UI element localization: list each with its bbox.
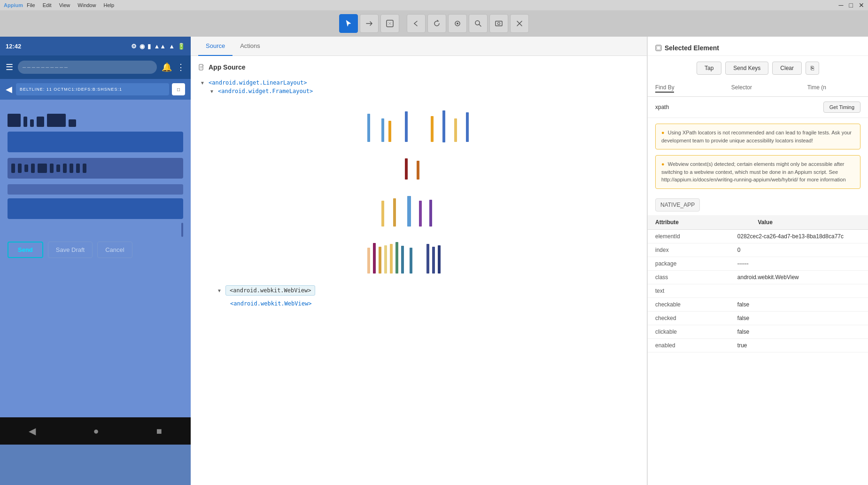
screenshot-button[interactable] [489, 14, 508, 33]
attr-row-checked: checked false [648, 312, 868, 325]
get-timing-button[interactable]: Get Timing [823, 102, 860, 113]
pinch-tool-button[interactable] [380, 14, 399, 33]
attr-value-checked: false [737, 315, 860, 321]
wifi-icon: ▲ [169, 43, 175, 50]
value-col-header: Value [758, 219, 861, 226]
phone-status-icons: ⚙ ◉ ▮ ▲▲ ▲ 🔋 [131, 43, 185, 50]
chart-bars-row4 [344, 238, 494, 276]
tree-row-linear-layout[interactable]: ▼ <android.widget.LinearLayout> [198, 78, 639, 87]
send-keys-button[interactable]: Send Keys [725, 62, 768, 75]
webview-node: ▼ <android.webkit.WebView> <android.webk… [217, 285, 639, 308]
tap-button[interactable]: Tap [697, 62, 721, 75]
bar6 [69, 119, 76, 127]
bar3 [30, 119, 34, 127]
menu-edit[interactable]: Edit [43, 2, 52, 8]
tree-children-linear: ▼ <android.widget.FrameLayout> [208, 87, 639, 95]
battery-icon: ▮ [147, 43, 151, 50]
select-tool-button[interactable] [339, 14, 358, 33]
svg-rect-23 [419, 201, 422, 227]
phone-nav-back-icon[interactable]: ◀ [29, 425, 36, 437]
webview-tree-row[interactable]: ▼ <android.webkit.WebView> [217, 285, 315, 296]
minimize-button[interactable]: ─ [839, 1, 844, 9]
phone-save-draft-button[interactable]: Save Draft [48, 242, 93, 258]
clear-button[interactable]: Clear [772, 62, 802, 75]
maximize-button[interactable]: □ [849, 1, 853, 9]
settings-icon: ⚙ [131, 43, 137, 50]
tree-row-frame-layout[interactable]: ▼ <android.widget.FrameLayout> [208, 87, 639, 95]
phone-send-button[interactable]: Send [8, 242, 43, 258]
svg-rect-15 [442, 110, 445, 142]
tbbar9 [70, 164, 73, 173]
attr-row-index: index 0 [648, 243, 868, 257]
phone-nav-go: □ [172, 83, 185, 95]
webview-child-element: <android.webkit.WebView> [226, 299, 315, 308]
svg-rect-4 [496, 21, 502, 26]
copy-button[interactable]: ⎘ [806, 62, 819, 75]
scroll-indicator [181, 223, 183, 237]
webview-warning-box: ● Webview context(s) detected; certain e… [655, 155, 860, 189]
refresh-button[interactable] [427, 14, 446, 33]
svg-rect-20 [381, 201, 384, 227]
inspect-button[interactable] [448, 14, 467, 33]
chart-bars-row2 [372, 154, 466, 182]
attr-row-enabled: enabled true [648, 339, 868, 352]
search-button[interactable] [469, 14, 488, 33]
swipe-tool-button[interactable] [360, 14, 379, 33]
main-toolbar [0, 10, 868, 37]
phone-nav-recents-icon[interactable]: ■ [156, 426, 162, 437]
svg-rect-32 [410, 248, 412, 274]
xpath-warning-text: Using XPath locators is not recommended … [661, 130, 852, 143]
phone-panel: 12:42 ⚙ ◉ ▮ ▲▲ ▲ 🔋 ☰ ─ ─ ─ ─ ─ ─ ─ ─ ─ ─… [0, 37, 191, 485]
menu-window[interactable]: Window [78, 2, 96, 8]
svg-rect-11 [381, 118, 384, 142]
source-content: App Source ▼ <android.widget.LinearLayou… [191, 56, 647, 485]
phone-hamburger-icon: ☰ [6, 62, 13, 72]
source-tabs: Source Actions [191, 37, 647, 56]
svg-rect-17 [466, 112, 469, 142]
close-button[interactable]: ✕ [859, 1, 864, 9]
app-logo: Appium [4, 2, 23, 8]
menu-file[interactable]: File [27, 2, 35, 8]
phone-bars-row1 [8, 114, 183, 127]
attr-row-clickable: clickable false [648, 325, 868, 339]
phone-status-bar: 12:42 ⚙ ◉ ▮ ▲▲ ▲ 🔋 [0, 37, 191, 55]
svg-rect-22 [407, 196, 411, 227]
phone-thin-bar [8, 184, 183, 195]
webview-toggle-icon: ▼ [217, 288, 224, 293]
phone-back-icon: ◀ [6, 84, 12, 94]
attr-name-checkable: checkable [655, 301, 737, 308]
window-controls: ─ □ ✕ [839, 1, 864, 9]
svg-rect-29 [390, 244, 393, 274]
svg-rect-37 [657, 46, 660, 50]
tbbar8 [63, 164, 67, 173]
close-session-button[interactable] [510, 14, 529, 33]
find-by-header: Find By Selector Time (n [648, 80, 868, 97]
tbbar7 [56, 164, 60, 172]
xpath-label: xpath [655, 104, 820, 110]
attr-name-checked: checked [655, 315, 737, 321]
selected-element-title: Selected Element [655, 44, 860, 52]
tab-actions[interactable]: Actions [232, 37, 268, 56]
svg-rect-33 [426, 244, 429, 274]
phone-notification-icon: 🔔 [162, 62, 172, 72]
svg-rect-16 [454, 118, 457, 142]
signal-icon: ▲▲ [154, 43, 166, 50]
phone-content: Send Save Draft Cancel [0, 100, 191, 267]
tbbar1 [11, 164, 15, 173]
phone-cancel-button[interactable]: Cancel [97, 242, 132, 258]
back-button[interactable] [407, 14, 426, 33]
tab-source[interactable]: Source [198, 37, 232, 56]
svg-rect-28 [384, 245, 387, 274]
menu-help[interactable]: Help [103, 2, 114, 8]
xpath-warning-box: ● Using XPath locators is not recommende… [655, 124, 860, 149]
menu-view[interactable]: View [59, 2, 70, 8]
phone-nav-home-icon[interactable]: ● [93, 426, 99, 437]
tbbar6 [50, 164, 54, 173]
phone-action-buttons: Send Save Draft Cancel [8, 237, 183, 263]
attribute-col-header: Attribute [655, 219, 758, 226]
webview-element-row[interactable]: <android.webkit.WebView> [225, 285, 315, 296]
attr-row-class: class android.webkit.WebView [648, 271, 868, 284]
webview-warning-text: Webview context(s) detected; certain ele… [661, 161, 846, 182]
webview-element-label: <android.webkit.WebView> [230, 287, 311, 294]
file-icon [198, 64, 205, 70]
